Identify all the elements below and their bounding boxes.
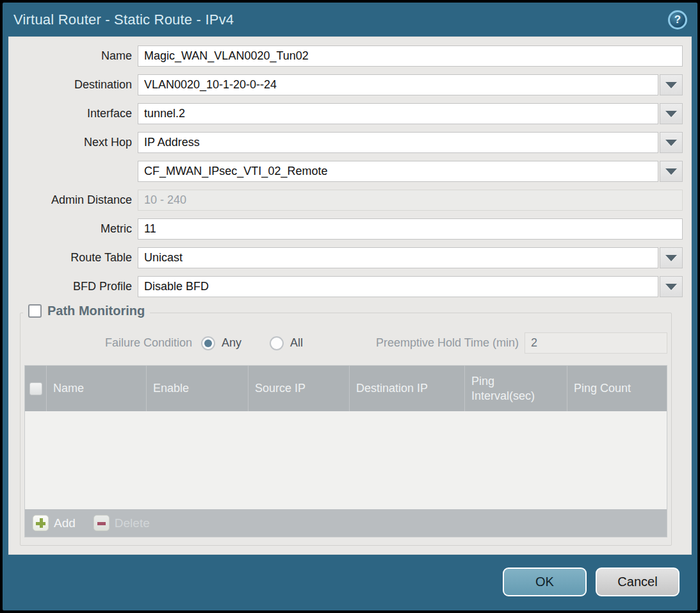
minus-icon [94, 515, 110, 531]
failure-condition-all-radio[interactable] [270, 336, 284, 350]
form-row-next-hop: Next Hop [9, 132, 683, 153]
column-header-ping-interval[interactable]: Ping Interval(sec) [465, 366, 567, 411]
admin-distance-label: Admin Distance [9, 193, 132, 207]
interface-label: Interface [9, 107, 132, 120]
route-table-input[interactable] [138, 247, 658, 268]
form-row-bfd-profile: BFD Profile [9, 276, 683, 297]
form-row-name: Name [9, 45, 683, 67]
failure-condition-any-radio[interactable] [201, 336, 215, 350]
path-monitoring-options-row: Failure Condition Any All Preemptive Hol… [24, 332, 667, 354]
column-header-name[interactable]: Name [47, 366, 147, 411]
interface-input[interactable] [138, 103, 658, 124]
form-row-metric: Metric [9, 218, 683, 240]
plus-icon [33, 515, 49, 531]
static-route-dialog: Virtual Router - Static Route - IPv4 ? N… [3, 3, 697, 610]
metric-label: Metric [9, 222, 132, 236]
table-footer-bar: Add Delete [25, 509, 667, 537]
column-header-ping-count[interactable]: Ping Count [567, 366, 667, 411]
form-row-route-table: Route Table [9, 247, 683, 268]
next-hop-type-dropdown-button[interactable] [660, 132, 683, 153]
table-header-row: Name Enable Source IP Destination IP Pin… [25, 366, 667, 411]
cancel-button[interactable]: Cancel [596, 568, 680, 596]
destination-dropdown-button[interactable] [660, 74, 683, 95]
column-header-source-ip[interactable]: Source IP [248, 366, 350, 411]
form-row-destination: Destination [9, 74, 683, 95]
path-monitoring-table: Name Enable Source IP Destination IP Pin… [24, 365, 667, 537]
chevron-down-icon [665, 168, 677, 175]
preemptive-hold-time-label: Preemptive Hold Time (min) [376, 336, 519, 350]
preemptive-hold-time-input[interactable] [525, 332, 667, 354]
column-header-destination-ip[interactable]: Destination IP [350, 366, 465, 411]
interface-dropdown-button[interactable] [660, 103, 683, 124]
help-icon[interactable]: ? [668, 10, 687, 29]
failure-condition-all-label: All [290, 336, 303, 350]
dialog-content: Name Destination Interface [8, 37, 692, 555]
route-table-label: Route Table [9, 251, 132, 265]
next-hop-type-input[interactable] [138, 132, 658, 153]
chevron-down-icon [665, 255, 677, 261]
form-row-admin-distance: Admin Distance [9, 190, 683, 211]
name-label: Name [9, 49, 132, 63]
form-row-next-hop-address [9, 161, 683, 182]
column-header-enable[interactable]: Enable [147, 366, 248, 411]
select-all-checkbox[interactable] [29, 382, 42, 395]
failure-condition-label: Failure Condition [105, 336, 192, 350]
dialog-footer: OK Cancel [503, 568, 680, 596]
path-monitoring-group: Path Monitoring Failure Condition Any Al… [20, 313, 672, 546]
path-monitoring-title: Path Monitoring [47, 304, 145, 318]
form-row-interface: Interface [9, 103, 683, 124]
add-button-label: Add [54, 516, 76, 530]
route-table-dropdown-button[interactable] [660, 247, 683, 268]
chevron-down-icon [665, 82, 677, 88]
admin-distance-input[interactable] [138, 190, 683, 211]
chevron-down-icon [665, 111, 677, 117]
table-body-empty [25, 411, 667, 509]
bfd-profile-dropdown-button[interactable] [660, 276, 683, 297]
next-hop-address-input[interactable] [138, 161, 658, 182]
chevron-down-icon [665, 284, 677, 290]
delete-button[interactable]: Delete [94, 515, 150, 531]
chevron-down-icon [665, 140, 677, 146]
ok-button[interactable]: OK [503, 568, 587, 596]
destination-input[interactable] [138, 74, 658, 95]
path-monitoring-checkbox[interactable] [28, 304, 42, 318]
metric-input[interactable] [138, 218, 683, 240]
destination-label: Destination [9, 78, 132, 92]
dialog-titlebar: Virtual Router - Static Route - IPv4 ? [3, 3, 697, 37]
bfd-profile-label: BFD Profile [9, 280, 132, 293]
failure-condition-any-label: Any [222, 336, 241, 350]
dialog-title: Virtual Router - Static Route - IPv4 [3, 12, 234, 28]
next-hop-address-dropdown-button[interactable] [660, 161, 683, 182]
next-hop-label: Next Hop [9, 136, 132, 149]
name-input[interactable] [138, 45, 683, 67]
bfd-profile-input[interactable] [138, 276, 658, 297]
delete-button-label: Delete [115, 516, 150, 530]
add-button[interactable]: Add [33, 515, 76, 531]
